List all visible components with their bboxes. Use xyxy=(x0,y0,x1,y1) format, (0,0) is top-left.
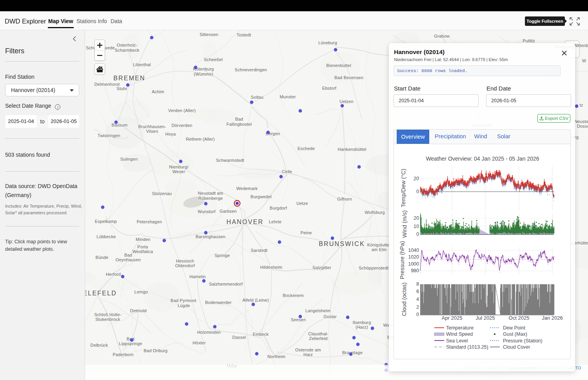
svg-text:Hessisch: Hessisch xyxy=(176,259,194,263)
svg-text:Lehrte: Lehrte xyxy=(269,219,281,224)
svg-text:Jan 2026: Jan 2026 xyxy=(542,315,563,321)
svg-text:(Harz): (Harz) xyxy=(356,325,368,329)
svg-text:Northeim: Northeim xyxy=(267,354,285,359)
svg-text:Neustadt am: Neustadt am xyxy=(198,191,223,195)
svg-text:Tostedt: Tostedt xyxy=(237,33,251,37)
svg-text:Bodenwerder: Bodenwerder xyxy=(205,300,232,305)
svg-text:Twistringen: Twistringen xyxy=(98,133,120,138)
svg-text:Hoya: Hoya xyxy=(165,132,176,136)
svg-text:Harz: Harz xyxy=(303,352,313,357)
svg-text:Minden: Minden xyxy=(136,237,150,242)
svg-text:Springe: Springe xyxy=(214,253,230,258)
svg-text:Nienburg/: Nienburg/ xyxy=(169,165,189,169)
svg-text:Bad Bevensen: Bad Bevensen xyxy=(334,75,363,80)
svg-text:Pressure (Station): Pressure (Station) xyxy=(503,338,543,344)
svg-text:Detmold: Detmold xyxy=(130,308,147,313)
svg-text:Schneverdingen: Schneverdingen xyxy=(235,67,267,72)
svg-text:1040: 1040 xyxy=(408,248,419,253)
svg-text:Rethem (Aller): Rethem (Aller) xyxy=(186,137,215,141)
svg-text:Dörverden: Dörverden xyxy=(171,123,192,128)
svg-text:2: 2 xyxy=(416,304,419,310)
svg-text:Scharmbeck: Scharmbeck xyxy=(114,48,139,52)
svg-text:tz: tz xyxy=(580,103,583,107)
svg-text:Salzgitter: Salzgitter xyxy=(312,265,331,270)
svg-text:Stolzenau: Stolzenau xyxy=(152,191,172,196)
svg-text:20: 20 xyxy=(414,215,419,221)
svg-text:8: 8 xyxy=(416,281,419,287)
svg-text:Sarstedt: Sarstedt xyxy=(251,248,268,253)
svg-text:0: 0 xyxy=(416,232,419,237)
svg-text:Ilsenburg: Ilsenburg xyxy=(352,320,371,325)
svg-text:Hankensbüttel: Hankensbüttel xyxy=(338,147,367,152)
svg-text:Dosse: Dosse xyxy=(577,124,588,128)
svg-text:Lilienthal: Lilienthal xyxy=(133,62,151,67)
svg-text:Burgdorf: Burgdorf xyxy=(270,206,287,210)
svg-text:HANOVER: HANOVER xyxy=(227,219,264,225)
svg-text:BRUNSWICK: BRUNSWICK xyxy=(319,241,365,247)
svg-text:Uelzen: Uelzen xyxy=(339,99,353,104)
svg-text:Garbsen: Garbsen xyxy=(220,209,237,214)
svg-text:Alfeld (Leine): Alfeld (Leine) xyxy=(242,298,269,302)
svg-text:Stuhr: Stuhr xyxy=(116,86,127,91)
svg-text:Oldendorf: Oldendorf xyxy=(175,263,195,268)
svg-text:W: W xyxy=(582,58,586,63)
svg-text:Bünde: Bünde xyxy=(96,255,109,260)
svg-text:Sittensen: Sittensen xyxy=(200,32,218,37)
svg-text:Schloß Holte-: Schloß Holte- xyxy=(94,312,121,317)
svg-text:Salzhemmendorf: Salzhemmendorf xyxy=(209,282,243,286)
svg-text:Bad: Bad xyxy=(124,253,132,257)
svg-text:Bad: Bad xyxy=(235,117,243,121)
svg-text:Wunstorf: Wunstorf xyxy=(198,209,216,214)
svg-text:Munster: Munster xyxy=(279,94,296,99)
svg-text:Scheeßel: Scheeßel xyxy=(204,57,223,62)
svg-text:0: 0 xyxy=(416,312,419,317)
svg-text:Ebstorf: Ebstorf xyxy=(322,86,337,90)
svg-text:Paderborn: Paderborn xyxy=(113,352,133,357)
svg-text:Barsinghausen: Barsinghausen xyxy=(196,234,225,239)
svg-text:Vilsen: Vilsen xyxy=(146,129,158,134)
svg-text:Delbrück: Delbrück xyxy=(90,343,108,347)
svg-text:Sea Level: Sea Level xyxy=(446,338,468,344)
svg-text:Neustadt: Neustadt xyxy=(574,119,588,124)
svg-text:Herford: Herford xyxy=(106,272,121,277)
svg-text:20: 20 xyxy=(414,176,419,181)
svg-text:Apr 2025: Apr 2025 xyxy=(442,315,463,321)
svg-text:Bruchhausen-: Bruchhausen- xyxy=(138,124,166,129)
svg-text:980: 980 xyxy=(411,268,419,273)
svg-text:Grabow: Grabow xyxy=(434,34,450,38)
svg-text:Königslutter: Königslutter xyxy=(367,242,391,247)
svg-text:Bienenbüttel: Bienenbüttel xyxy=(326,63,351,68)
svg-text:Holzminden: Holzminden xyxy=(197,330,221,335)
svg-text:10: 10 xyxy=(414,224,419,229)
svg-text:Sulingen: Sulingen xyxy=(120,157,138,161)
svg-text:BIELEFELD: BIELEFELD xyxy=(85,290,117,297)
svg-text:Wind (m/s): Wind (m/s) xyxy=(401,210,408,238)
svg-text:Lemgo: Lemgo xyxy=(134,290,148,294)
svg-text:Weather Overview: 04 Jan 2025: Weather Overview: 04 Jan 2025 - 05 Jan 2… xyxy=(426,156,539,162)
svg-text:am Elm: am Elm xyxy=(372,247,387,252)
svg-text:Achim: Achim xyxy=(152,89,164,94)
svg-text:Fallingbostel: Fallingbostel xyxy=(227,122,252,127)
svg-text:Lügde: Lügde xyxy=(178,303,190,308)
svg-text:Cloud Cover: Cloud Cover xyxy=(503,344,530,350)
svg-text:Stukenbrock: Stukenbrock xyxy=(95,317,120,322)
svg-text:Eschede: Eschede xyxy=(298,146,315,151)
svg-text:Lüneburg: Lüneburg xyxy=(318,40,337,45)
svg-text:Zellerfeld: Zellerfeld xyxy=(309,336,327,341)
svg-text:Uetze: Uetze xyxy=(296,201,308,206)
svg-text:Bockenem: Bockenem xyxy=(283,293,304,298)
svg-text:Goslar: Goslar xyxy=(323,314,337,319)
svg-text:Peine: Peine xyxy=(300,230,312,235)
svg-text:Seesen: Seesen xyxy=(291,317,306,322)
svg-text:Langelsheim: Langelsheim xyxy=(305,308,331,313)
svg-text:Hamelin: Hamelin xyxy=(189,274,206,279)
svg-text:6: 6 xyxy=(416,289,419,294)
svg-text:Celle: Celle xyxy=(282,169,292,174)
svg-text:Pressure (hPa): Pressure (hPa) xyxy=(399,241,405,279)
svg-text:Lübbecke: Lübbecke xyxy=(96,234,116,239)
svg-text:Soltau: Soltau xyxy=(251,95,263,100)
svg-text:Westfalica: Westfalica xyxy=(132,249,153,254)
svg-text:Jul 2025: Jul 2025 xyxy=(475,315,495,321)
svg-text:Osterholz-: Osterholz- xyxy=(117,43,138,47)
svg-text:Burgwedel: Burgwedel xyxy=(250,194,272,199)
